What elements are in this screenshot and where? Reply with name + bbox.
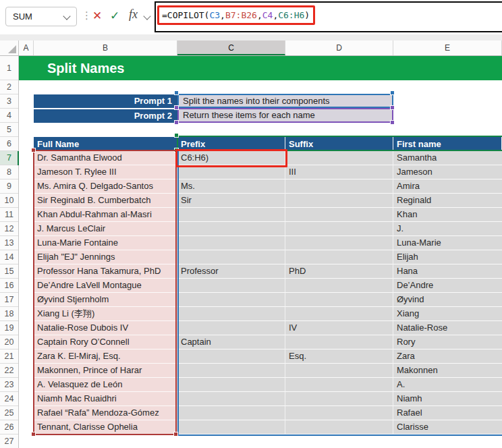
- full-name-cell-r20[interactable]: Captain Rory O’Connell: [34, 335, 177, 349]
- prompt1-label-cell[interactable]: Prompt 1: [34, 94, 177, 108]
- prefix-cell-r19[interactable]: [177, 321, 285, 335]
- column-header-c[interactable]: C: [177, 40, 285, 55]
- column-header-d[interactable]: D: [285, 40, 393, 55]
- prefix-cell-r14[interactable]: [177, 250, 285, 264]
- first-name-cell-r21[interactable]: Zara: [393, 349, 502, 364]
- first-name-cell-r19[interactable]: Natalie-Rose: [393, 321, 502, 335]
- suffix-cell-r8[interactable]: III: [285, 165, 393, 179]
- prompt1-value-cell[interactable]: Split the names into their components: [177, 94, 393, 108]
- first-name-cell-r16[interactable]: De’Andre: [393, 279, 502, 293]
- prompt2-value-cell[interactable]: Return these items for each name: [177, 108, 393, 123]
- prefix-cell-r10[interactable]: Sir: [177, 194, 285, 208]
- full-name-cell-r11[interactable]: Khan Abdul-Rahman al-Masri: [34, 208, 177, 222]
- first-name-cell-r20[interactable]: Rory: [393, 335, 502, 349]
- prefix-cell-r9[interactable]: Ms.: [177, 179, 285, 194]
- first-name-cell-r11[interactable]: Khan: [393, 208, 502, 222]
- selection-handle[interactable]: [174, 105, 179, 110]
- header-full-name[interactable]: Full Name: [34, 137, 177, 151]
- suffix-cell-r24[interactable]: [285, 392, 393, 406]
- first-name-cell-r24[interactable]: Niamh: [393, 392, 502, 406]
- range-handle[interactable]: [174, 133, 179, 138]
- suffix-cell-r19[interactable]: IV: [285, 321, 393, 335]
- suffix-cell-r17[interactable]: [285, 293, 393, 307]
- selection-handle[interactable]: [174, 90, 179, 95]
- prefix-cell-r25[interactable]: [177, 406, 285, 420]
- row-header-11[interactable]: 11: [0, 208, 18, 222]
- name-box[interactable]: SUM: [5, 7, 77, 26]
- row-header-7[interactable]: 7: [0, 151, 18, 165]
- full-name-cell-r12[interactable]: J. Marcus LeClair: [34, 222, 177, 236]
- first-name-cell-r22[interactable]: Makonnen: [393, 364, 502, 378]
- row-header-15[interactable]: 15: [0, 264, 18, 279]
- column-header-e[interactable]: E: [393, 40, 502, 55]
- prefix-cell-r12[interactable]: [177, 222, 285, 236]
- full-name-cell-r17[interactable]: Øyvind Stjernholm: [34, 293, 177, 307]
- row-header-16[interactable]: 16: [0, 279, 18, 293]
- full-name-cell-r8[interactable]: Jameson T. Rylee III: [34, 165, 177, 179]
- header-first-name[interactable]: First name: [393, 137, 502, 151]
- chevron-down-icon[interactable]: [143, 12, 150, 20]
- full-name-cell-r9[interactable]: Ms. Amira Q. Delgado-Santos: [34, 179, 177, 194]
- chevron-down-icon[interactable]: [63, 12, 70, 20]
- suffix-cell-r18[interactable]: [285, 307, 393, 321]
- row-header-12[interactable]: 12: [0, 222, 18, 236]
- first-name-cell-r18[interactable]: Xiang: [393, 307, 502, 321]
- row-header-13[interactable]: 13: [0, 236, 18, 250]
- first-name-cell-r8[interactable]: Jameson: [393, 165, 502, 179]
- selection-handle[interactable]: [390, 105, 395, 110]
- selection-handle[interactable]: [390, 120, 395, 125]
- first-name-cell-r23[interactable]: A.: [393, 378, 502, 392]
- enter-icon[interactable]: ✓: [110, 8, 119, 24]
- suffix-cell-r21[interactable]: Esq.: [285, 349, 393, 364]
- first-name-cell-r26[interactable]: Clarisse: [393, 420, 502, 435]
- first-name-cell-r13[interactable]: Luna-Marie: [393, 236, 502, 250]
- row-header-25[interactable]: 25: [0, 406, 18, 420]
- suffix-cell-r25[interactable]: [285, 406, 393, 420]
- prefix-cell-r23[interactable]: [177, 378, 285, 392]
- first-name-cell-r17[interactable]: Øyvind: [393, 293, 502, 307]
- first-name-cell-r15[interactable]: Hana: [393, 264, 502, 279]
- row-header-17[interactable]: 17: [0, 293, 18, 307]
- selection-handle[interactable]: [174, 120, 179, 125]
- prefix-cell-r13[interactable]: [177, 236, 285, 250]
- full-name-cell-r14[interactable]: Elijah "EJ" Jennings: [34, 250, 177, 264]
- full-name-cell-r25[interactable]: Rafael “Rafa” Mendoza-Gómez: [34, 406, 177, 420]
- prefix-cell-r15[interactable]: Professor: [177, 264, 285, 279]
- suffix-cell-r7[interactable]: [285, 151, 393, 165]
- row-header-24[interactable]: 24: [0, 392, 18, 406]
- title-cell[interactable]: Split Names: [19, 56, 502, 80]
- prefix-cell-r22[interactable]: [177, 364, 285, 378]
- first-name-cell-r12[interactable]: J.: [393, 222, 502, 236]
- prompt2-label-cell[interactable]: Prompt 2: [34, 109, 177, 123]
- row-header-26[interactable]: 26: [0, 420, 18, 435]
- prefix-cell-r24[interactable]: [177, 392, 285, 406]
- suffix-cell-r15[interactable]: PhD: [285, 264, 393, 279]
- row-header-27[interactable]: 27: [0, 435, 18, 448]
- row-header-18[interactable]: 18: [0, 307, 18, 321]
- prefix-cell-r17[interactable]: [177, 293, 285, 307]
- row-header-1[interactable]: 1: [0, 56, 18, 80]
- row-header-14[interactable]: 14: [0, 250, 18, 264]
- suffix-cell-r16[interactable]: [285, 279, 393, 293]
- header-suffix[interactable]: Suffix: [285, 137, 393, 151]
- first-name-cell-r14[interactable]: Elijah: [393, 250, 502, 264]
- first-name-cell-r7[interactable]: Samantha: [393, 151, 502, 165]
- selection-handle[interactable]: [390, 90, 395, 95]
- prefix-cell-r16[interactable]: [177, 279, 285, 293]
- suffix-cell-r23[interactable]: [285, 378, 393, 392]
- column-header-b[interactable]: B: [34, 40, 177, 55]
- full-name-cell-r15[interactable]: Professor Hana Takamura, PhD: [34, 264, 177, 279]
- row-header-8[interactable]: 8: [0, 165, 18, 179]
- prefix-cell-r18[interactable]: [177, 307, 285, 321]
- full-name-cell-r21[interactable]: Zara K. El-Miraj, Esq.: [34, 349, 177, 364]
- row-header-4[interactable]: 4: [0, 109, 18, 123]
- prefix-cell-r20[interactable]: Captain: [177, 335, 285, 349]
- suffix-cell-r26[interactable]: [285, 420, 393, 435]
- suffix-cell-r20[interactable]: [285, 335, 393, 349]
- formula-input[interactable]: =COPILOT(C3,B7:B26,C4,C6:H6): [155, 1, 502, 32]
- row-header-22[interactable]: 22: [0, 364, 18, 378]
- full-name-cell-r23[interactable]: A. Velasquez de León: [34, 378, 177, 392]
- row-header-9[interactable]: 9: [0, 179, 18, 194]
- suffix-cell-r10[interactable]: [285, 194, 393, 208]
- full-name-cell-r26[interactable]: Tennant, Clarisse Ophelia: [34, 420, 177, 435]
